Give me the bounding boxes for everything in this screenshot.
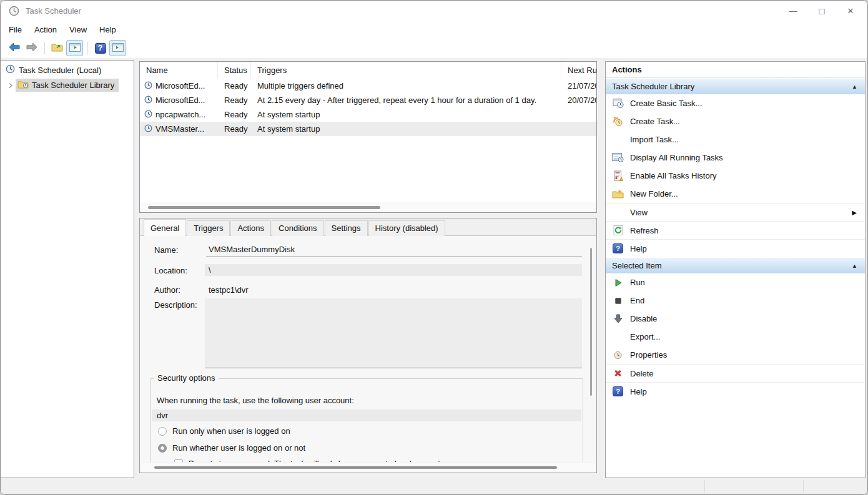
forward-arrow-icon (26, 42, 38, 54)
tree-item-task-scheduler-library[interactable]: Task Scheduler Library (1, 79, 134, 92)
tree-item-task-scheduler-local[interactable]: Task Scheduler (Local) (1, 61, 134, 77)
minimize-button[interactable]: — (779, 1, 807, 21)
task-status: Ready (218, 81, 251, 91)
task-row-vmsmaster-selected[interactable]: VMSMaster... Ready At system startup (140, 122, 596, 136)
action-properties[interactable]: Properties (606, 346, 865, 364)
refresh-icon (611, 225, 624, 237)
action-help-selected[interactable]: ? Help (606, 382, 865, 400)
tab-actions[interactable]: Actions (230, 220, 271, 236)
app-clock-icon (9, 6, 19, 18)
section-header-selected-item[interactable]: Selected Item ▲ (606, 257, 865, 273)
folder-up-icon (51, 42, 63, 54)
task-row-npcapwatch[interactable]: npcapwatch... Ready At system startup (140, 107, 596, 122)
chevron-right-icon[interactable] (6, 82, 16, 89)
status-bar-divider (704, 480, 705, 493)
tree-library-selection[interactable]: Task Scheduler Library (16, 79, 119, 92)
menu-file[interactable]: File (2, 22, 28, 37)
column-header-name[interactable]: Name (140, 62, 218, 79)
details-horizontal-scrollbar[interactable] (141, 463, 596, 473)
column-header-next-run[interactable]: Next Run (561, 62, 596, 79)
toolbar: ? (1, 38, 867, 58)
collapse-arrow-icon[interactable]: ▲ (852, 263, 857, 269)
action-create-task[interactable]: Create Task... (606, 112, 865, 130)
action-enable-all-tasks-history[interactable]: Enable All Tasks History (606, 167, 865, 185)
action-label: Display All Running Tasks (630, 153, 865, 162)
radio-row-logged-on-or-not[interactable]: Run whether user is logged on or not (158, 443, 305, 453)
tab-triggers[interactable]: Triggers (187, 220, 230, 236)
action-label: Help (630, 244, 865, 253)
section-header-task-scheduler-library[interactable]: Task Scheduler Library ▲ (606, 78, 865, 94)
menu-view[interactable]: View (63, 22, 93, 37)
task-scheduler-window: Task Scheduler — □ ✕ File Action View He… (0, 0, 868, 495)
action-label: Enable All Tasks History (630, 171, 865, 180)
action-delete[interactable]: Delete (606, 364, 865, 382)
checkbox-unchecked[interactable] (174, 459, 183, 463)
action-label: Export... (630, 332, 865, 341)
radio-button-unselected[interactable] (158, 427, 167, 436)
radio-row-logged-on[interactable]: Run only when user is logged on (158, 426, 290, 436)
action-view[interactable]: View ▶ (606, 203, 865, 221)
scrollbar-thumb[interactable] (154, 466, 557, 469)
up-level-button[interactable] (49, 40, 66, 56)
task-clock-icon (144, 96, 152, 105)
task-next-run: 20/07/20 (561, 96, 596, 105)
details-vertical-scrollbar[interactable] (590, 248, 592, 396)
console-tree-panel: Task Scheduler (Local) Task Scheduler Li… (1, 60, 134, 478)
task-next-run: 21/07/20 (561, 81, 596, 91)
back-button[interactable] (6, 40, 22, 56)
tab-general[interactable]: General (144, 219, 186, 236)
action-help-library[interactable]: ? Help (606, 239, 865, 257)
action-label: Import Task... (630, 135, 865, 144)
action-end[interactable]: End (606, 292, 865, 310)
task-triggers: At 2.15 every day - After triggered, rep… (251, 96, 561, 105)
task-triggers: At system startup (251, 110, 561, 119)
help-button[interactable]: ? (92, 40, 109, 56)
show-hide-action-pane-button[interactable] (109, 40, 126, 56)
task-list-horizontal-scrollbar[interactable] (141, 202, 596, 212)
details-tabs: General Triggers Actions Conditions Sett… (140, 218, 446, 236)
menu-action[interactable]: Action (28, 22, 63, 37)
tree-library-label: Task Scheduler Library (32, 81, 114, 90)
action-new-folder[interactable]: New Folder... (606, 185, 865, 203)
toolbar-separator (44, 42, 45, 54)
action-label: Run (630, 278, 865, 287)
task-clock-icon (144, 81, 152, 91)
action-label: New Folder... (630, 189, 865, 198)
action-import-task[interactable]: Import Task... (606, 130, 865, 149)
scrollbar-thumb[interactable] (148, 206, 380, 209)
help-icon: ? (611, 243, 624, 255)
properties-clock-icon (611, 349, 624, 361)
action-run[interactable]: Run (606, 273, 865, 292)
description-label: Description: (154, 300, 197, 310)
action-refresh[interactable]: Refresh (606, 221, 865, 239)
show-hide-console-tree-button[interactable] (66, 40, 83, 56)
action-display-all-running-tasks[interactable]: Display All Running Tasks (606, 149, 865, 167)
title-bar: Task Scheduler — □ ✕ (1, 1, 867, 21)
create-task-icon (611, 115, 624, 127)
forward-button[interactable] (23, 40, 40, 56)
folder-clock-icon (17, 80, 29, 91)
menu-help[interactable]: Help (93, 22, 122, 37)
column-header-triggers[interactable]: Triggers (251, 62, 561, 79)
tab-history[interactable]: History (disabled) (368, 220, 445, 236)
section-title: Selected Item (612, 261, 662, 270)
action-disable[interactable]: Disable (606, 310, 865, 328)
action-create-basic-task[interactable]: Create Basic Task... (606, 94, 865, 112)
action-label: Refresh (630, 226, 865, 235)
task-row-microsoftedge-1[interactable]: MicrosoftEd... Ready Multiple triggers d… (140, 79, 596, 93)
close-button[interactable]: ✕ (836, 1, 865, 21)
task-row-microsoftedge-2[interactable]: MicrosoftEd... Ready At 2.15 every day -… (140, 93, 596, 107)
collapse-arrow-icon[interactable]: ▲ (852, 84, 857, 90)
action-label: Create Task... (630, 117, 865, 126)
tab-settings[interactable]: Settings (325, 220, 368, 236)
radio-button-selected[interactable] (158, 444, 167, 453)
actions-pane: Actions Task Scheduler Library ▲ Create … (605, 61, 866, 478)
tab-conditions[interactable]: Conditions (272, 220, 323, 236)
action-export[interactable]: Export... (606, 328, 865, 346)
maximize-button[interactable]: □ (807, 1, 836, 21)
action-label: Help (630, 387, 865, 396)
delete-x-icon (611, 368, 624, 380)
checkbox-row-no-password[interactable]: Do not store password. The task will onl… (174, 459, 488, 462)
column-header-status[interactable]: Status (218, 62, 251, 79)
history-log-icon (611, 170, 624, 182)
